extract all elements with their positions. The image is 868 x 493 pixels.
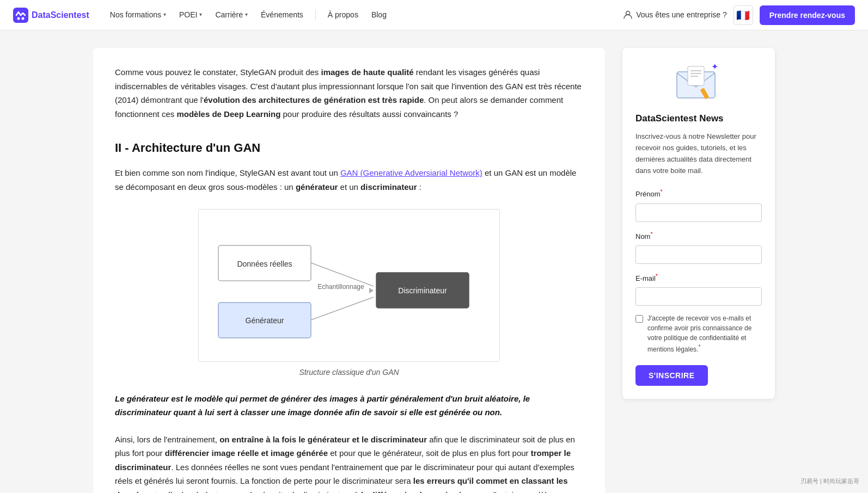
submit-button[interactable]: S'INSCRIRE bbox=[635, 365, 708, 386]
logo-text: DataScientest bbox=[32, 8, 89, 22]
diagram-caption: Structure classique d'un GAN bbox=[299, 366, 399, 378]
logo-icon bbox=[13, 8, 28, 23]
nav-a-propos[interactable]: À propos bbox=[322, 5, 364, 24]
svg-point-1 bbox=[17, 17, 20, 20]
nom-label: Nom* bbox=[635, 230, 762, 243]
consent-checkbox[interactable] bbox=[635, 315, 643, 323]
navbar: DataScientest Nos formations ▾ POEI ▾ Ca… bbox=[0, 0, 868, 30]
article-para-1: Comme vous pouvez le constater, StyleGAN… bbox=[115, 65, 583, 121]
nav-separator bbox=[315, 9, 316, 20]
newsletter-widget: ✦ DataScientest News Inscrivez-vous à no… bbox=[622, 48, 775, 399]
consent-label: J'accepte de recevoir vos e-mails et con… bbox=[647, 313, 762, 354]
nom-input[interactable] bbox=[635, 245, 762, 264]
watermark: 刃易号 | 时尚玩家岳哥 bbox=[800, 477, 859, 486]
nav-poei[interactable]: POEI ▾ bbox=[174, 5, 207, 24]
diagram-wrapper: Données réelles Générateur Discriminateu… bbox=[115, 209, 583, 378]
enterprise-icon bbox=[623, 10, 633, 20]
svg-marker-13 bbox=[369, 288, 374, 293]
svg-text:Echantillonnage: Echantillonnage bbox=[317, 283, 364, 291]
prenom-group: Prénom* bbox=[635, 187, 762, 221]
nav-carriere[interactable]: Carrière ▾ bbox=[210, 5, 253, 24]
quote-block: Le générateur est le modèle qui permet d… bbox=[115, 392, 583, 420]
chevron-down-icon: ▾ bbox=[163, 10, 166, 19]
newsletter-form: Prénom* Nom* E-mail* bbox=[635, 187, 762, 385]
gan-diagram: Données réelles Générateur Discriminateu… bbox=[207, 218, 491, 349]
chevron-down-icon: ▾ bbox=[199, 10, 202, 19]
page-layout: Comme vous pouvez le constater, StyleGAN… bbox=[80, 30, 788, 493]
section-heading: II - Architecture d'un GAN bbox=[115, 138, 583, 157]
diagram-svg-container: Données réelles Générateur Discriminateu… bbox=[198, 209, 500, 362]
svg-text:Générateur: Générateur bbox=[246, 316, 284, 325]
email-input[interactable] bbox=[635, 287, 762, 306]
language-flag[interactable]: 🇫🇷 bbox=[733, 5, 753, 25]
svg-text:Discriminateur: Discriminateur bbox=[398, 286, 447, 295]
consent-row: J'accepte de recevoir vos e-mails et con… bbox=[635, 313, 762, 354]
chevron-down-icon: ▾ bbox=[245, 10, 248, 19]
newsletter-icon: ✦ bbox=[674, 61, 723, 104]
email-label: E-mail* bbox=[635, 272, 762, 285]
logo[interactable]: DataScientest bbox=[13, 8, 89, 23]
widget-title: DataScientest News bbox=[635, 111, 762, 126]
nav-right: Vous êtes une entreprise ? 🇫🇷 Prendre re… bbox=[623, 5, 855, 25]
article-para-2: Et bien comme son nom l'indique, StyleGA… bbox=[115, 166, 583, 194]
nom-group: Nom* bbox=[635, 230, 762, 264]
enterprise-link[interactable]: Vous êtes une entreprise ? bbox=[623, 9, 727, 21]
widget-icon-area: ✦ bbox=[635, 61, 762, 104]
nav-links: Nos formations ▾ POEI ▾ Carrière ▾ Événe… bbox=[105, 5, 623, 24]
cta-button[interactable]: Prendre rendez-vous bbox=[760, 5, 855, 25]
prenom-input[interactable] bbox=[635, 204, 762, 222]
sidebar: ✦ DataScientest News Inscrivez-vous à no… bbox=[622, 48, 775, 493]
svg-line-11 bbox=[311, 297, 374, 320]
svg-text:✦: ✦ bbox=[711, 62, 718, 71]
widget-desc: Inscrivez-vous à notre Newsletter pour r… bbox=[635, 131, 762, 176]
svg-point-2 bbox=[22, 17, 25, 20]
article-para-3: Ainsi, lors de l'entrainement, on entraî… bbox=[115, 433, 583, 493]
main-content: Comme vous pouvez le constater, StyleGAN… bbox=[93, 48, 605, 493]
gan-link[interactable]: GAN (Generative Adversiarial Network) bbox=[340, 168, 482, 177]
prenom-label: Prénom* bbox=[635, 187, 762, 200]
svg-text:Données réelles: Données réelles bbox=[237, 260, 292, 268]
email-group: E-mail* bbox=[635, 272, 762, 306]
nav-nos-formations[interactable]: Nos formations ▾ bbox=[105, 5, 172, 24]
nav-blog[interactable]: Blog bbox=[366, 5, 392, 24]
nav-evenements[interactable]: Événements bbox=[255, 5, 309, 24]
